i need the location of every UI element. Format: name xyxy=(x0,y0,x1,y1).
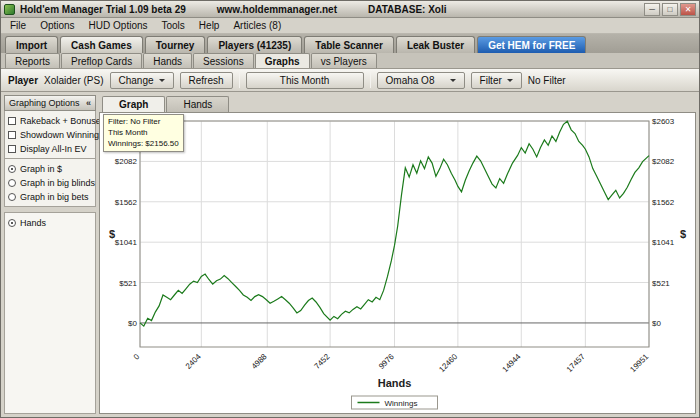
option-rakeback-bonuses[interactable]: Rakeback + Bonuses xyxy=(8,115,92,126)
title-bar: Hold'em Manager Trial 1.09 beta 29 www.h… xyxy=(1,1,699,18)
get-hem-for-free-tab[interactable]: Get HEM for FREE xyxy=(477,36,586,53)
tab-import[interactable]: Import xyxy=(5,36,58,53)
svg-text:$1562: $1562 xyxy=(115,198,138,207)
window-site-label: www.holdemmanager.net xyxy=(217,4,337,15)
svg-text:$521: $521 xyxy=(119,279,137,288)
option-graph-in[interactable]: Graph in $ xyxy=(8,163,92,174)
subtab-sessions[interactable]: Sessions xyxy=(193,53,254,68)
option-label: Rakeback + Bonuses xyxy=(20,116,105,126)
option-display-all-in-ev[interactable]: Display All-In EV xyxy=(8,143,92,154)
winnings-line-chart: $0$0$521$521$1041$1041$1562$1562$2082$20… xyxy=(100,113,695,413)
graph-option-checkboxes: Rakeback + BonusesShowdown WinningsDispl… xyxy=(4,111,96,159)
filter-dropdown[interactable]: Filter xyxy=(471,72,522,89)
main-tab-bar: ImportCash GamesTourneyPlayers (41235)Ta… xyxy=(1,34,699,53)
chart-tooltip: Filter: No FilterThis MonthWinnings: $21… xyxy=(103,114,184,152)
radio-graph-in-big-bets[interactable] xyxy=(8,193,16,201)
tab-leak-buster[interactable]: Leak Buster xyxy=(396,36,475,53)
graph-panel: GraphHands Filter: No FilterThis MonthWi… xyxy=(99,95,696,414)
content: Graphing Options « Rakeback + BonusesSho… xyxy=(1,92,699,417)
option-graph-in-big-blinds[interactable]: Graph in big blinds xyxy=(8,177,92,188)
graph-unit-radios: Graph in $Graph in big blindsGraph in bi… xyxy=(4,159,96,207)
option-label: Graph in $ xyxy=(20,164,62,174)
svg-text:Winnings: Winnings xyxy=(385,399,418,408)
svg-text:$2603: $2603 xyxy=(652,117,675,126)
svg-text:Hands: Hands xyxy=(378,377,412,389)
date-range-label: This Month xyxy=(280,75,329,86)
maximize-button[interactable]: □ xyxy=(662,3,678,16)
tooltip-line: This Month xyxy=(108,128,179,139)
list-item-label: Hands xyxy=(20,218,46,228)
svg-text:$1562: $1562 xyxy=(652,198,675,207)
tab-cash-games[interactable]: Cash Games xyxy=(60,36,143,53)
svg-text:$1041: $1041 xyxy=(652,238,675,247)
menu-item-file[interactable]: File xyxy=(3,19,33,32)
refresh-button[interactable]: Refresh xyxy=(180,72,233,89)
svg-text:$2082: $2082 xyxy=(115,157,138,166)
option-graph-in-big-bets[interactable]: Graph in big bets xyxy=(8,191,92,202)
option-showdown-winnings[interactable]: Showdown Winnings xyxy=(8,129,92,140)
window-title: Hold'em Manager Trial 1.09 beta 29 xyxy=(20,4,186,15)
subtab-vs-players[interactable]: vs Players xyxy=(311,53,377,68)
tab-tourney[interactable]: Tourney xyxy=(145,36,206,53)
change-player-label: Change xyxy=(119,75,154,86)
list-item-hands[interactable]: Hands xyxy=(8,217,92,228)
menu-item-options[interactable]: Options xyxy=(33,19,81,32)
tab-table-scanner[interactable]: Table Scanner xyxy=(304,36,394,53)
svg-text:$521: $521 xyxy=(652,279,670,288)
subtab-hands[interactable]: Hands xyxy=(143,53,192,68)
option-label: Graph in big blinds xyxy=(20,178,95,188)
menu-bar: FileOptionsHUD OptionsToolsHelpArticles … xyxy=(1,18,699,34)
checkbox-showdown-winnings[interactable] xyxy=(8,131,16,139)
graph-tab-bar: GraphHands xyxy=(99,95,696,112)
svg-text:19951: 19951 xyxy=(628,352,650,374)
svg-text:14944: 14944 xyxy=(501,352,523,374)
svg-text:7452: 7452 xyxy=(313,352,332,371)
graphing-options-panel: Graphing Options « Rakeback + BonusesSho… xyxy=(4,95,96,414)
date-range-button[interactable]: This Month xyxy=(246,72,364,89)
tooltip-line: Winnings: $2156.50 xyxy=(108,139,179,150)
graph-tab-graph[interactable]: Graph xyxy=(102,96,165,112)
minimize-button[interactable]: ─ xyxy=(644,3,660,16)
active-filter-label: No Filter xyxy=(528,75,566,86)
svg-text:17457: 17457 xyxy=(565,352,587,374)
menu-item-hud-options[interactable]: HUD Options xyxy=(82,19,155,32)
close-button[interactable]: ✕ xyxy=(680,3,696,16)
svg-text:4988: 4988 xyxy=(250,352,269,371)
subtab-reports[interactable]: Reports xyxy=(5,53,60,68)
game-type-dropdown[interactable]: Omaha O8 xyxy=(377,72,465,89)
game-type-label: Omaha O8 xyxy=(386,75,435,86)
change-player-button[interactable]: Change xyxy=(110,72,174,89)
graphing-options-header: Graphing Options « xyxy=(4,95,96,111)
svg-text:0: 0 xyxy=(132,352,142,362)
tooltip-line: Filter: No Filter xyxy=(108,117,179,128)
option-label: Display All-In EV xyxy=(20,144,87,154)
collapse-panel-icon[interactable]: « xyxy=(86,98,91,108)
menu-item-tools[interactable]: Tools xyxy=(155,19,192,32)
app-window: Hold'em Manager Trial 1.09 beta 29 www.h… xyxy=(0,0,700,418)
radio-hands[interactable] xyxy=(8,219,16,227)
radio-graph-in-big-blinds[interactable] xyxy=(8,179,16,187)
subtab-graphs[interactable]: Graphs xyxy=(255,53,310,68)
toolbar-separator xyxy=(239,72,240,88)
subtab-preflop-cards[interactable]: Preflop Cards xyxy=(61,53,142,68)
radio-graph-in[interactable] xyxy=(8,165,16,173)
svg-text:$: $ xyxy=(109,228,115,240)
svg-text:$0: $0 xyxy=(652,319,661,328)
checkbox-display-all-in-ev[interactable] xyxy=(8,145,16,153)
graph-type-list: Hands xyxy=(4,212,96,414)
checkbox-rakeback-bonuses[interactable] xyxy=(8,117,16,125)
graph-tab-hands[interactable]: Hands xyxy=(166,96,229,112)
svg-text:2404: 2404 xyxy=(184,352,203,371)
svg-text:$0: $0 xyxy=(128,319,137,328)
refresh-label: Refresh xyxy=(189,75,224,86)
app-icon xyxy=(4,4,15,15)
menu-item-articles-8[interactable]: Articles (8) xyxy=(226,19,288,32)
window-database-label: DATABASE: Xoli xyxy=(368,4,447,15)
sub-tab-bar: ReportsPreflop CardsHandsSessionsGraphsv… xyxy=(1,53,699,69)
tab-players-41235[interactable]: Players (41235) xyxy=(207,36,302,53)
player-toolbar: Player Xolaider (PS) Change Refresh This… xyxy=(1,69,699,92)
svg-text:9976: 9976 xyxy=(377,352,396,371)
chart-area: Filter: No FilterThis MonthWinnings: $21… xyxy=(99,112,696,414)
option-label: Showdown Winnings xyxy=(20,130,104,140)
menu-item-help[interactable]: Help xyxy=(192,19,227,32)
